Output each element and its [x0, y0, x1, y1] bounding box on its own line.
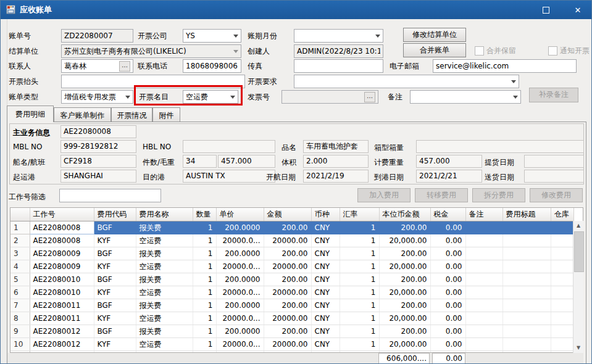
cell[interactable]: CNY	[311, 247, 340, 260]
contact-phone-field[interactable]: 18068098006	[183, 59, 241, 73]
cell[interactable]: 1	[193, 325, 216, 338]
bill-no-field[interactable]: ZD22080007	[61, 29, 133, 43]
cell[interactable]: 20,000.00	[379, 286, 430, 299]
cell[interactable]: 0.00	[430, 312, 465, 325]
cell[interactable]: 9	[10, 325, 30, 338]
table-row[interactable]: 9AE22080012BGF报关费1200.0000200.00CNY1200.…	[10, 325, 573, 338]
cell[interactable]: 1	[10, 221, 30, 234]
cell[interactable]: 8	[10, 312, 30, 325]
split-fee-button[interactable]: 拆分费用	[472, 188, 525, 202]
cell[interactable]: 200.00	[264, 299, 311, 312]
cell[interactable]	[465, 286, 502, 299]
destination-port-field[interactable]: AUSTIN TX	[183, 170, 275, 183]
cell[interactable]: AE22080009	[30, 247, 94, 260]
cell[interactable]: 报关费	[136, 325, 193, 338]
cell[interactable]: 200.00	[379, 325, 430, 338]
cell[interactable]: 1	[193, 234, 216, 247]
cell[interactable]: AE22080010	[30, 273, 94, 286]
cell[interactable]: 20000.0...	[216, 312, 264, 325]
column-header[interactable]: 工作号	[30, 208, 94, 221]
cell[interactable]	[465, 338, 502, 351]
table-row[interactable]: 3AE22080009BGF报关费1200.0000200.00CNY1200.…	[10, 247, 573, 260]
cell[interactable]: 1	[340, 338, 379, 351]
cell[interactable]: 0.00	[430, 325, 465, 338]
scroll-down-icon[interactable]: ▼	[573, 343, 583, 353]
cell[interactable]: 20000.00	[264, 234, 311, 247]
cell[interactable]: 3	[10, 247, 30, 260]
cell[interactable]: 20,000.00	[379, 260, 430, 273]
table-row[interactable]: 4AE22080009KYF空运费120000.0...20000.00CNY1…	[10, 260, 573, 273]
cell[interactable]	[502, 325, 551, 338]
cell[interactable]: 1	[193, 299, 216, 312]
gross-weight-field[interactable]: 457.000	[218, 155, 275, 168]
cell[interactable]	[551, 312, 573, 325]
billing-month-dropdown[interactable]	[294, 29, 383, 43]
column-header[interactable]: 币种	[311, 208, 340, 221]
column-header[interactable]: 费用名称	[136, 208, 193, 221]
cell[interactable]: CNY	[311, 312, 340, 325]
cell[interactable]: 空运费	[136, 286, 193, 299]
table-row[interactable]: 8AE22080011KYF空运费120000.0...20000.00CNY1…	[10, 312, 573, 325]
cell[interactable]	[551, 325, 573, 338]
cell[interactable]	[551, 260, 573, 273]
column-header[interactable]: 金额	[264, 208, 311, 221]
cell[interactable]: BGF	[94, 325, 136, 338]
table-row[interactable]: 7AE22080011BGF报关费1200.0000200.00CNY1200.…	[10, 299, 573, 312]
cell[interactable]	[465, 234, 502, 247]
cell[interactable]: 200.00	[379, 273, 430, 286]
cell[interactable]: KYF	[94, 234, 136, 247]
cell[interactable]	[551, 338, 573, 351]
ellipsis-button[interactable]: …	[364, 92, 375, 102]
cell[interactable]: 200.00	[264, 325, 311, 338]
cell[interactable]: 200.0000	[216, 325, 264, 338]
cell[interactable]: 20000.00	[264, 260, 311, 273]
notify-invoice-checkbox[interactable]: 通知开票	[548, 46, 590, 56]
column-header[interactable]: 税金	[430, 208, 465, 221]
cell[interactable]	[465, 221, 502, 234]
tab-attachment[interactable]: 附件	[152, 107, 180, 122]
cell[interactable]	[502, 286, 551, 299]
cell[interactable]: CNY	[311, 325, 340, 338]
cell[interactable]: 报关费	[136, 273, 193, 286]
cell[interactable]: 7	[10, 299, 30, 312]
arrival-date-field[interactable]: 2021/2/21	[416, 170, 482, 183]
settlement-unit-dropdown[interactable]: 苏州立刻电子商务有限公司(LIKELIC)	[61, 44, 241, 58]
charge-weight-field[interactable]: 457.000	[416, 155, 482, 168]
table-row[interactable]: 5AE22080010BGF报关费1200.0000200.00CNY1200.…	[10, 273, 573, 286]
column-header[interactable]: 单价	[216, 208, 264, 221]
cell[interactable]	[551, 286, 573, 299]
cell[interactable]: CNY	[311, 221, 340, 234]
column-header[interactable]: 费用标题	[502, 208, 551, 221]
cell[interactable]: 200.00	[264, 221, 311, 234]
cell[interactable]: 报关费	[136, 247, 193, 260]
cell[interactable]: 0.00	[430, 299, 465, 312]
cell[interactable]	[465, 273, 502, 286]
cell[interactable]: 1	[193, 260, 216, 273]
cell[interactable]: 200.0000	[216, 247, 264, 260]
cell[interactable]: CNY	[311, 299, 340, 312]
cell[interactable]: 10	[10, 338, 30, 351]
cell[interactable]: AE22080008	[30, 234, 94, 247]
cell[interactable]: 200.00	[264, 247, 311, 260]
container-field[interactable]	[416, 140, 584, 153]
cell[interactable]: 1	[340, 273, 379, 286]
tab-customer-bill[interactable]: 客户账单制作	[54, 107, 111, 122]
cell[interactable]: 200.0000	[216, 273, 264, 286]
cell[interactable]: 0.00	[430, 247, 465, 260]
column-header[interactable]: 仓库	[551, 208, 573, 221]
cell[interactable]: AE22080011	[30, 312, 94, 325]
cell[interactable]: 20000.0...	[216, 260, 264, 273]
cell[interactable]: KYF	[94, 338, 136, 351]
table-row[interactable]: 1AE22080008BGF报关费1200.0000200.00CNY1200.…	[10, 221, 573, 234]
contact-field[interactable]: 葛春林…	[61, 59, 133, 73]
cell[interactable]: BGF	[94, 299, 136, 312]
cell[interactable]: 空运费	[136, 234, 193, 247]
cell[interactable]: 0.00	[430, 221, 465, 234]
product-field[interactable]: 车用蓄电池护套	[303, 140, 369, 153]
volume-field[interactable]: 2.000	[303, 155, 369, 168]
cell[interactable]: KYF	[94, 260, 136, 273]
transfer-fee-button[interactable]: 转移费用	[415, 188, 468, 202]
cell[interactable]	[502, 273, 551, 286]
cell[interactable]: 5	[10, 273, 30, 286]
cell[interactable]: CNY	[311, 234, 340, 247]
